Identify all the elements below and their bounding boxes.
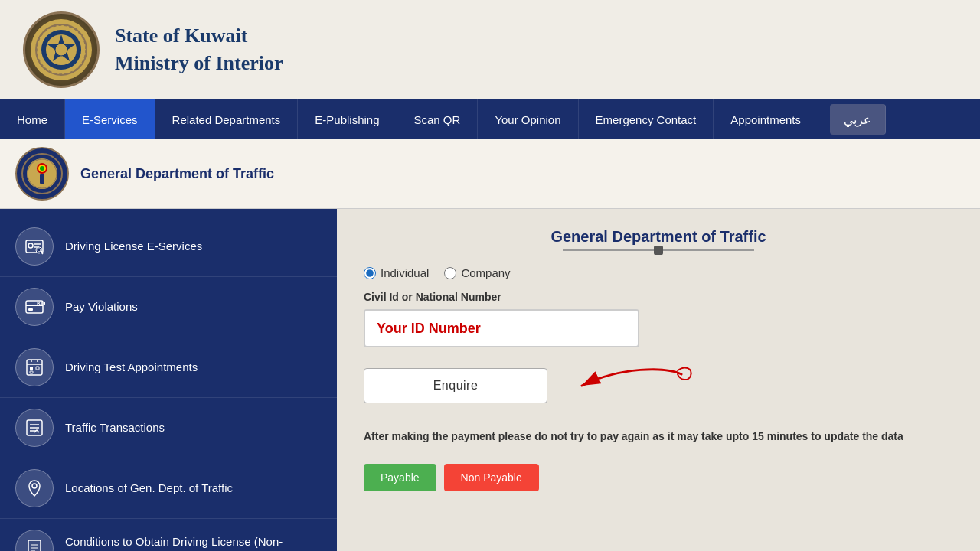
nav-related-departments[interactable]: Related Departments [155,99,299,139]
enquire-button[interactable]: Enquire [364,368,547,403]
sidebar-label-driving-license: Driving License E-Services [65,239,202,254]
svg-rect-29 [36,367,39,370]
header-title: State of Kuwait Ministry of Interior [115,22,283,78]
title-underline-dot [654,246,663,255]
main-navbar: Home E-Services Related Departments E-Pu… [0,99,980,139]
svg-rect-28 [30,367,33,370]
sidebar-label-conditions: Conditions to Obtain Driving License (No… [65,534,322,552]
radio-company-label: Company [461,266,510,279]
svg-rect-11 [40,174,44,184]
ministry-logo [23,11,100,88]
radio-company-input[interactable] [444,267,456,279]
arrow-annotation [559,359,697,412]
status-buttons: Payable Non Payable [364,464,953,491]
field-label: Civil Id or National Number [364,291,953,303]
driving-test-icon [15,348,54,386]
svg-point-35 [32,484,37,488]
title-underline-line [563,249,754,251]
content-area: General Department of Traffic Individual… [337,209,980,551]
svg-point-4 [55,44,67,56]
radio-company[interactable]: Company [444,266,510,279]
radio-individual-label: Individual [381,266,429,279]
nav-e-services[interactable]: E-Services [65,99,155,139]
nav-home[interactable]: Home [0,99,65,139]
sidebar-label-locations: Locations of Gen. Dept. of Traffic [65,481,233,496]
sidebar-label-driving-test: Driving Test Appointments [65,360,198,375]
traffic-transactions-icon [15,409,54,447]
svg-rect-30 [30,371,33,373]
page-header: State of Kuwait Ministry of Interior [0,0,980,99]
nav-arabic[interactable]: عربي [830,104,886,135]
main-content: Driving License E-Services KD Pay Violat… [0,209,980,551]
nav-e-publishing[interactable]: E-Publishing [298,99,397,139]
svg-rect-36 [28,540,41,551]
sidebar-item-driving-test[interactable]: Driving Test Appointments [0,337,337,398]
dept-header: General Department of Traffic [0,139,980,209]
conditions-icon: PDF [15,530,54,551]
svg-rect-22 [28,308,33,311]
notice-text: After making the payment please do not t… [364,428,938,445]
svg-point-10 [40,166,44,171]
nav-your-opinion[interactable]: Your Opinion [478,99,578,139]
sidebar: Driving License E-Services KD Pay Violat… [0,209,337,551]
enquire-row: Enquire [364,359,953,412]
sidebar-item-traffic-transactions[interactable]: Traffic Transactions [0,398,337,458]
nav-scan-qr[interactable]: Scan QR [397,99,479,139]
dept-title: General Department of Traffic [80,166,274,182]
svg-point-17 [36,247,42,253]
section-title: General Department of Traffic [364,228,953,246]
sidebar-label-pay-violations: Pay Violations [65,299,138,315]
svg-rect-24 [27,360,42,375]
nav-appointments[interactable]: Appointments [714,99,818,139]
pay-violations-icon: KD [15,288,54,326]
sidebar-label-traffic-transactions: Traffic Transactions [65,420,165,435]
sidebar-item-locations[interactable]: Locations of Gen. Dept. of Traffic [0,458,337,519]
title-underline [364,249,953,251]
radio-individual-input[interactable] [364,267,376,279]
sidebar-item-pay-violations[interactable]: KD Pay Violations [0,277,337,337]
id-number-input[interactable] [364,309,639,347]
logo-area: State of Kuwait Ministry of Interior [23,11,283,88]
notice-text-strong: After making the payment please do not t… [364,430,903,442]
driving-license-icon [15,227,54,266]
dept-logo [15,147,69,201]
sidebar-item-conditions[interactable]: PDF Conditions to Obtain Driving License… [0,519,337,551]
svg-point-14 [28,243,33,248]
logo-emblem [31,19,92,80]
radio-group: Individual Company [364,266,953,279]
sidebar-item-driving-license[interactable]: Driving License E-Services [0,217,337,277]
radio-individual[interactable]: Individual [364,266,429,279]
non-payable-button[interactable]: Non Payable [444,464,539,491]
nav-emergency-contact[interactable]: Emergency Contact [579,99,714,139]
locations-icon [15,469,54,507]
payable-button[interactable]: Payable [364,464,436,491]
svg-text:KD: KD [37,300,45,307]
